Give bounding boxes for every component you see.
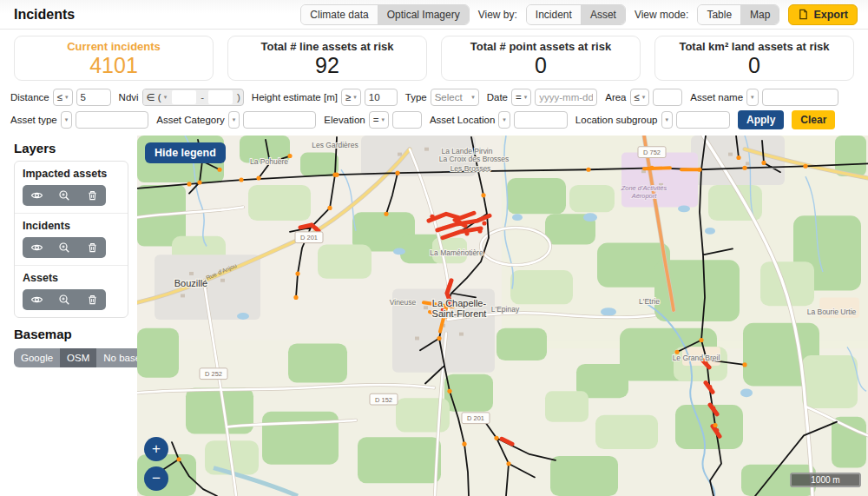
layer-zoom-button[interactable] xyxy=(50,289,78,310)
card-label: Current incidents xyxy=(15,40,213,53)
asset-location-select[interactable]: ▾ xyxy=(498,111,510,129)
filter-distance: Distance ≤▾ xyxy=(10,89,111,106)
basemap-google-button[interactable]: Google xyxy=(14,348,60,367)
area-label: Area xyxy=(605,92,626,103)
view-by-label: View by: xyxy=(478,9,517,21)
basemap-title: Basemap xyxy=(14,327,128,341)
place-label: Le Grand Breil xyxy=(673,354,720,362)
height-operator-select[interactable]: ≥▾ xyxy=(341,89,361,106)
layer-visibility-button[interactable] xyxy=(23,237,50,258)
eye-icon xyxy=(30,241,43,254)
card-label: Total # point assets at risk xyxy=(442,40,640,53)
ndvi-separator: - xyxy=(198,92,207,103)
layer-delete-button[interactable] xyxy=(78,237,106,258)
date-operator-select[interactable]: =▾ xyxy=(511,89,531,106)
view-mode-map-button[interactable]: Map xyxy=(740,5,779,24)
location-subgroup-input[interactable] xyxy=(676,111,730,129)
town-label: La Chapelle- xyxy=(432,298,487,308)
chevron-down-icon: ▾ xyxy=(65,94,69,101)
asset-type-input[interactable] xyxy=(76,111,148,129)
ndvi-max-input[interactable] xyxy=(208,90,233,104)
asset-name-select[interactable]: ▾ xyxy=(746,89,759,106)
map-zoom-out-button[interactable]: − xyxy=(144,466,168,491)
type-label: Type xyxy=(405,92,427,103)
height-input[interactable] xyxy=(365,89,398,106)
filter-date: Date =▾ xyxy=(487,89,598,106)
chevron-down-icon: ▾ xyxy=(164,94,168,101)
layer-delete-button[interactable] xyxy=(78,289,106,310)
map-zoom-in-button[interactable]: + xyxy=(144,437,168,461)
layers-title: Layers xyxy=(14,141,128,155)
view-mode-toggle: Table Map xyxy=(697,4,779,25)
optical-imagery-button[interactable]: Optical Imagery xyxy=(378,5,469,24)
card-current-incidents: Current incidents 4101 xyxy=(14,36,214,81)
basemap-osm-button[interactable]: OSM xyxy=(60,348,96,367)
layer-label: Impacted assets xyxy=(23,168,120,180)
view-mode-table-button[interactable]: Table xyxy=(698,5,740,24)
climate-data-button[interactable]: Climate data xyxy=(301,5,377,24)
chevron-down-icon: ▾ xyxy=(751,94,754,101)
asset-name-label: Asset name xyxy=(690,92,743,103)
page-title: Incidents xyxy=(14,7,75,23)
content: Layers Impacted assets Incidents xyxy=(0,136,868,496)
header-controls: Climate data Optical Imagery View by: In… xyxy=(300,4,858,25)
elevation-label: Elevation xyxy=(324,115,365,125)
ndvi-min-input[interactable] xyxy=(172,90,196,104)
layer-visibility-button[interactable] xyxy=(23,185,50,206)
type-select[interactable]: Select▾ xyxy=(431,89,479,106)
apply-button[interactable]: Apply xyxy=(738,110,784,129)
area-input[interactable] xyxy=(653,89,682,106)
hide-legend-button[interactable]: Hide legend xyxy=(145,142,226,163)
filter-asset-location: Asset Location ▾ xyxy=(430,111,568,129)
elevation-input[interactable] xyxy=(392,111,422,129)
eye-icon xyxy=(30,189,43,202)
layer-actions xyxy=(23,185,106,206)
chevron-down-icon: ▾ xyxy=(381,116,385,123)
view-by-incident-button[interactable]: Incident xyxy=(527,5,581,24)
asset-name-input[interactable] xyxy=(762,89,838,106)
clear-button[interactable]: Clear xyxy=(792,110,835,129)
chevron-down-icon: ▾ xyxy=(353,94,357,101)
card-value: 0 xyxy=(655,54,853,78)
card-value: 0 xyxy=(442,54,640,78)
filter-location-subgroup: Location subgroup ▾ xyxy=(575,111,730,129)
layer-delete-button[interactable] xyxy=(78,185,106,206)
operator-value: = xyxy=(373,115,379,125)
stats-row: Current incidents 4101 Total # line asse… xyxy=(0,30,868,85)
layer-zoom-button[interactable] xyxy=(50,237,78,258)
distance-operator-select[interactable]: ≤▾ xyxy=(53,89,73,106)
ndvi-operator-select[interactable]: ∈ (▾ xyxy=(143,89,171,105)
elevation-operator-select[interactable]: =▾ xyxy=(369,111,389,129)
distance-input[interactable] xyxy=(76,89,111,106)
asset-type-select[interactable]: ▾ xyxy=(61,111,73,129)
operator-value: ≤ xyxy=(635,92,640,103)
scale-label: 1000 m xyxy=(811,475,839,485)
layer-actions xyxy=(23,237,106,258)
asset-category-select[interactable]: ▾ xyxy=(228,111,240,129)
trash-icon xyxy=(87,189,98,202)
header: Incidents Climate data Optical Imagery V… xyxy=(0,0,868,30)
map-canvas[interactable]: D 752 D 201 D 252 D 152 D 201 La Pohuère… xyxy=(137,136,868,496)
area-operator-select[interactable]: ≤▾ xyxy=(630,89,650,106)
place-label: La Croix des Brosses xyxy=(439,155,510,163)
layer-label: Assets xyxy=(23,272,120,284)
asset-location-input[interactable] xyxy=(514,111,568,129)
view-by-asset-button[interactable]: Asset xyxy=(581,5,625,24)
place-label: La Bourie Urtie xyxy=(807,308,857,316)
road-shield: D 252 xyxy=(205,370,222,378)
map-scale-bar: 1000 m xyxy=(790,473,861,487)
layer-visibility-button[interactable] xyxy=(23,289,50,310)
chevron-down-icon: ▾ xyxy=(503,116,506,123)
ndvi-close-paren: ) xyxy=(234,92,243,103)
chevron-down-icon: ▾ xyxy=(524,94,528,101)
filter-area: Area ≤▾ xyxy=(605,89,682,106)
layer-zoom-button[interactable] xyxy=(50,185,78,206)
asset-category-input[interactable] xyxy=(243,111,316,129)
trash-icon xyxy=(87,294,98,306)
date-input[interactable] xyxy=(535,89,597,106)
export-button[interactable]: Export xyxy=(788,4,858,25)
card-value: 4101 xyxy=(15,54,213,78)
location-subgroup-select[interactable]: ▾ xyxy=(661,111,674,129)
filter-asset-category: Asset Category ▾ xyxy=(156,111,316,129)
place-label: La Pohuère xyxy=(250,157,288,166)
